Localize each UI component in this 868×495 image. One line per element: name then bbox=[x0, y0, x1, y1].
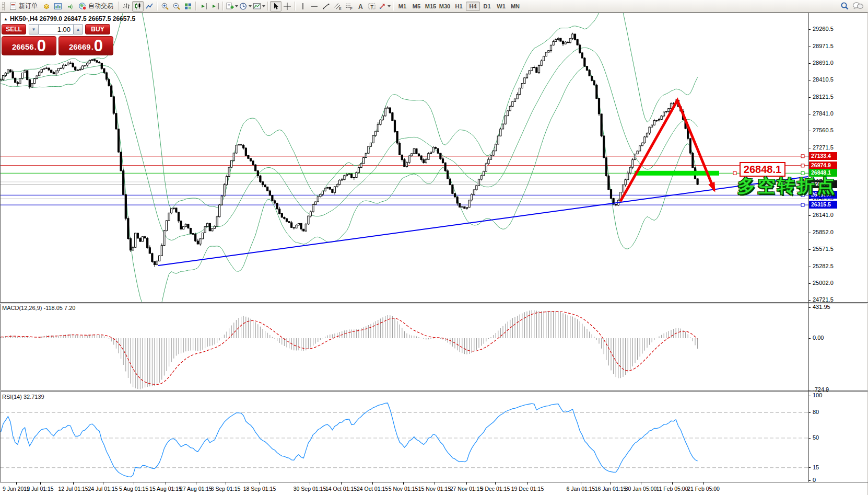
auto-trading-button[interactable]: 自动交易 bbox=[75, 1, 116, 11]
auto-trading-label: 自动交易 bbox=[88, 2, 113, 10]
time-axis-label: 24 Jul 01:15 bbox=[88, 486, 118, 492]
timeframe-m1-button[interactable]: M1 bbox=[395, 2, 409, 11]
macd-pane[interactable] bbox=[0, 304, 808, 390]
timeframe-h1-button[interactable]: H1 bbox=[452, 2, 466, 11]
periods-button[interactable] bbox=[239, 1, 252, 11]
main-price-pane[interactable] bbox=[0, 13, 808, 303]
time-axis-label: 30 Sep 01:15 bbox=[294, 486, 326, 492]
time-axis-tick bbox=[226, 482, 226, 485]
time-axis-tick bbox=[672, 482, 673, 485]
chat-icon[interactable] bbox=[852, 2, 864, 10]
sell-button[interactable]: SELL bbox=[2, 24, 26, 34]
new-order-button[interactable]: 新订单 bbox=[6, 1, 41, 11]
time-axis-tick bbox=[310, 482, 310, 485]
time-axis-label: 15 Aug 01:15 bbox=[149, 486, 182, 492]
rsi-axis-tick bbox=[808, 438, 811, 439]
macd-indicator-label: MACD(12,26,9) -118.05 7.20 bbox=[2, 305, 75, 311]
time-axis-tick bbox=[611, 482, 611, 485]
time-axis-label: 21 Feb 05:00 bbox=[687, 486, 720, 492]
equidistant-channel-tool[interactable]: E bbox=[332, 1, 343, 11]
line-chart-icon bbox=[145, 2, 154, 10]
zoom-out-button[interactable] bbox=[171, 1, 182, 11]
turning-point-annotation[interactable]: 多空转折点 bbox=[737, 174, 837, 198]
chart-shift-button[interactable] bbox=[209, 1, 221, 11]
search-icon[interactable] bbox=[840, 2, 849, 10]
time-axis-label: 18 Sep 01:15 bbox=[243, 486, 276, 492]
pane-separator[interactable] bbox=[0, 390, 868, 392]
auto-scroll-button[interactable] bbox=[198, 1, 209, 11]
signals-button[interactable] bbox=[64, 1, 75, 11]
price-axis-tick bbox=[808, 283, 811, 284]
timeframe-mn-button[interactable]: MN bbox=[508, 2, 522, 11]
decimal-point: . bbox=[91, 40, 93, 54]
clock-icon bbox=[239, 2, 248, 10]
auto-scroll-icon bbox=[200, 2, 208, 10]
svg-text:F: F bbox=[350, 6, 353, 10]
cursor-tool-button[interactable] bbox=[270, 1, 281, 11]
buy-price-button[interactable]: 26669 . 0 bbox=[58, 36, 113, 55]
time-axis-tick bbox=[103, 482, 103, 485]
one-click-trading-panel: SELL ▼ ▲ BUY 26656 . 0 26669 . 0 bbox=[2, 24, 113, 55]
timeframe-m5-button[interactable]: M5 bbox=[409, 2, 424, 11]
fibonacci-icon: F bbox=[345, 2, 353, 10]
time-axis-tick bbox=[495, 482, 496, 485]
rsi-pane[interactable] bbox=[0, 392, 808, 482]
text-icon: A bbox=[356, 2, 365, 10]
volume-increase-button[interactable]: ▲ bbox=[73, 24, 83, 34]
time-axis-tick bbox=[40, 482, 41, 485]
volume-input[interactable] bbox=[39, 24, 73, 34]
buy-button[interactable]: BUY bbox=[85, 24, 110, 34]
price-axis-label: 29260.5 bbox=[813, 26, 834, 32]
zoom-in-button[interactable] bbox=[159, 1, 171, 11]
time-axis-tick bbox=[166, 482, 166, 485]
bar-chart-button[interactable] bbox=[121, 1, 132, 11]
tile-windows-button[interactable] bbox=[182, 1, 194, 11]
chart-shift-icon bbox=[211, 2, 219, 10]
macd-axis-tick bbox=[808, 390, 811, 390]
zoom-out-icon bbox=[172, 2, 181, 10]
timeframe-h4-button[interactable]: H4 bbox=[466, 2, 480, 11]
chart-window-border bbox=[0, 13, 868, 13]
price-axis-label: 28691.0 bbox=[813, 60, 834, 66]
price-axis-label: 28971.5 bbox=[813, 43, 834, 49]
price-axis-tick bbox=[808, 267, 811, 267]
macd-axis-label: 431.95 bbox=[813, 304, 830, 310]
fibonacci-tool[interactable]: F bbox=[343, 1, 355, 11]
time-axis-tick bbox=[372, 482, 373, 485]
toolbar-separator bbox=[118, 2, 119, 10]
time-axis-label: 12 Jul 01:15 bbox=[58, 486, 88, 492]
timeframe-m30-button[interactable]: M30 bbox=[438, 2, 452, 11]
text-label-tool[interactable]: T bbox=[366, 1, 378, 11]
rsi-axis-label: 15 bbox=[813, 464, 819, 470]
sell-price-button[interactable]: 26656 . 0 bbox=[2, 36, 56, 55]
price-axis-label: 24721.5 bbox=[813, 296, 834, 303]
text-tool[interactable]: A bbox=[355, 1, 366, 11]
trendline-tool[interactable] bbox=[320, 1, 332, 11]
rsi-indicator-label: RSI(14) 32.7139 bbox=[2, 394, 44, 400]
timeframe-m15-button[interactable]: M15 bbox=[424, 2, 438, 11]
volume-decrease-button[interactable]: ▼ bbox=[29, 24, 39, 34]
candlestick-chart-button[interactable] bbox=[132, 1, 144, 11]
crosshair-tool-button[interactable] bbox=[281, 1, 293, 11]
timeframe-d1-button[interactable]: D1 bbox=[480, 2, 494, 11]
arrows-tool[interactable] bbox=[378, 1, 391, 11]
timeframe-w1-button[interactable]: W1 bbox=[494, 2, 508, 11]
time-axis[interactable]: 9 Jun 20192 Jul 01:1512 Jul 01:1524 Jul … bbox=[0, 482, 868, 495]
time-axis-tick bbox=[435, 482, 435, 485]
horizontal-line-tool[interactable] bbox=[309, 1, 320, 11]
toolbar-grip[interactable] bbox=[2, 2, 5, 10]
pane-separator[interactable] bbox=[0, 302, 868, 304]
price-axis-tick bbox=[808, 97, 811, 98]
price-axis-tick bbox=[808, 215, 811, 216]
svg-text:T: T bbox=[371, 4, 374, 9]
time-axis-tick bbox=[16, 482, 17, 485]
price-axis-label: 25571.5 bbox=[813, 246, 834, 252]
templates-button[interactable] bbox=[252, 1, 266, 11]
history-center-button[interactable] bbox=[41, 1, 52, 11]
sell-price-fraction: 0 bbox=[37, 38, 46, 54]
add-indicator-button[interactable] bbox=[225, 1, 239, 11]
vertical-line-tool[interactable] bbox=[297, 1, 309, 11]
price-axis[interactable]: 29260.528971.528691.028410.528121.527841… bbox=[808, 0, 868, 482]
line-chart-button[interactable] bbox=[144, 1, 155, 11]
market-watch-button[interactable] bbox=[52, 1, 64, 11]
